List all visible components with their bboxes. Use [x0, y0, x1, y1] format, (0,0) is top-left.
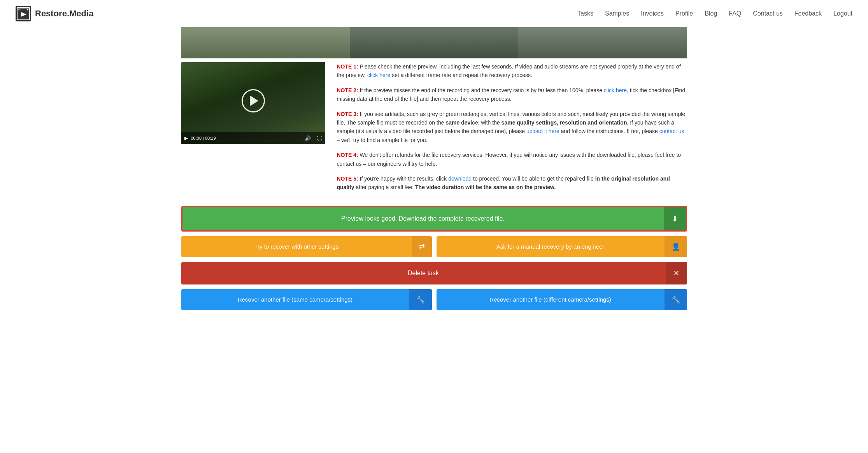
note5-label: NOTE 5:	[337, 176, 358, 182]
actions: Preview looks good. Download the complet…	[181, 206, 687, 310]
volume-icon[interactable]: 🔊	[305, 135, 311, 141]
recover-diff-label: Recover another file (different camera/s…	[437, 290, 665, 309]
blue-button-row: Recover another file (same camera/settin…	[181, 289, 687, 310]
svg-rect-4	[18, 8, 29, 9]
recover-other-icon: ⇄	[412, 236, 432, 257]
thumbnails-row	[181, 27, 687, 58]
nav-contact[interactable]: Contact us	[753, 10, 782, 17]
play-icon-small[interactable]: ▶	[184, 135, 188, 141]
note1-link[interactable]: click here	[367, 72, 390, 78]
note5-text2: to proceed. You will be able to get the …	[472, 176, 595, 182]
fullscreen-icon[interactable]: ⛶	[317, 135, 322, 141]
note3-text4: and follow the instructions. If not, ple…	[559, 128, 659, 134]
main-content: ▶ 00:00 | 00:19 🔊 ⛶ NOTE 1: Please check…	[174, 27, 695, 330]
logo[interactable]: Restore.Media	[16, 6, 93, 21]
recover-other-label: Try to recover with other settings	[181, 237, 412, 256]
note3-link1[interactable]: upload it here	[526, 128, 559, 134]
nav-invoices[interactable]: Invoices	[641, 10, 664, 17]
delete-task-button[interactable]: Delete task ✕	[181, 262, 687, 284]
note5-link[interactable]: download	[448, 176, 472, 182]
nav: Tasks Samples Invoices Profile Blog FAQ …	[577, 10, 852, 17]
thumbnail-1	[181, 27, 350, 58]
recover-diff-icon: 🔧	[665, 289, 687, 310]
delete-label: Delete task	[181, 263, 666, 284]
note4-text: We don't offer refunds for the file reco…	[337, 152, 681, 167]
download-button-label: Preview looks good. Download the complet…	[182, 208, 664, 229]
note1-label: NOTE 1:	[337, 63, 358, 70]
header: Restore.Media Tasks Samples Invoices Pro…	[0, 0, 868, 27]
time-display: 00:00 | 00:19	[191, 136, 216, 140]
note2-text: If the preview misses the end of the rec…	[358, 87, 604, 93]
note1-text2: set a different frame rate and repeat th…	[390, 72, 532, 78]
note2-label: NOTE 2:	[337, 87, 358, 93]
note5-bold2: The video duration will be the same as o…	[415, 184, 556, 190]
note3-label: NOTE 3:	[337, 111, 358, 117]
play-triangle-icon	[250, 95, 258, 106]
video-controls: ▶ 00:00 | 00:19 🔊 ⛶	[181, 132, 325, 144]
note3-text5: – we'll try to find a sample file for yo…	[337, 137, 428, 143]
nav-profile[interactable]: Profile	[675, 10, 693, 17]
content-row: ▶ 00:00 | 00:19 🔊 ⛶ NOTE 1: Please check…	[181, 62, 687, 198]
nav-samples[interactable]: Samples	[605, 10, 629, 17]
note-5: NOTE 5: If you're happy with the results…	[337, 174, 687, 192]
nav-tasks[interactable]: Tasks	[577, 10, 593, 17]
note-4: NOTE 4: We don't offer refunds for the f…	[337, 151, 687, 168]
orange-button-row: Try to recover with other settings ⇄ Ask…	[181, 236, 687, 257]
note5-text: If you're happy with the results, click	[358, 176, 448, 182]
note-3: NOTE 3: If you see artifacts, such as gr…	[337, 110, 687, 145]
download-button[interactable]: Preview looks good. Download the complet…	[181, 206, 687, 232]
thumbnail-3	[518, 27, 687, 58]
play-button[interactable]	[242, 89, 265, 112]
logo-icon	[16, 6, 31, 21]
delete-icon: ✕	[666, 262, 687, 284]
note3-bold1: same device	[445, 119, 478, 126]
nav-feedback[interactable]: Feedback	[794, 10, 822, 17]
manual-recovery-icon: 👤	[665, 236, 687, 257]
note3-bold2: same quality settings, resolution and or…	[502, 119, 627, 126]
recover-same-camera-button[interactable]: Recover another file (same camera/settin…	[181, 289, 432, 310]
note2-link[interactable]: click here	[604, 87, 627, 93]
manual-recovery-button[interactable]: Ask for a manual recovery by an engineer…	[437, 236, 687, 257]
recover-other-settings-button[interactable]: Try to recover with other settings ⇄	[181, 236, 432, 257]
note-1: NOTE 1: Please check the entire preview,…	[337, 62, 687, 80]
note5-text3: after paying a small fee.	[354, 184, 415, 190]
thumbnail-2	[350, 27, 518, 58]
notes-container: NOTE 1: Please check the entire preview,…	[337, 62, 687, 198]
download-icon: ⬇	[664, 207, 686, 230]
nav-blog[interactable]: Blog	[705, 10, 717, 17]
logo-text: Restore.Media	[35, 9, 93, 19]
nav-faq[interactable]: FAQ	[729, 10, 741, 17]
manual-recovery-label: Ask for a manual recovery by an engineer	[437, 237, 665, 256]
note3-text2: , with the	[478, 119, 502, 126]
note3-link2[interactable]: contact us	[659, 128, 684, 134]
note4-label: NOTE 4:	[337, 152, 358, 158]
video-player[interactable]: ▶ 00:00 | 00:19 🔊 ⛶	[181, 62, 325, 144]
recover-same-icon: 🔧	[409, 289, 432, 310]
note-2: NOTE 2: If the preview misses the end of…	[337, 86, 687, 104]
nav-logout[interactable]: Logout	[833, 10, 852, 17]
recover-same-label: Recover another file (same camera/settin…	[181, 290, 409, 309]
recover-diff-camera-button[interactable]: Recover another file (different camera/s…	[437, 289, 687, 310]
